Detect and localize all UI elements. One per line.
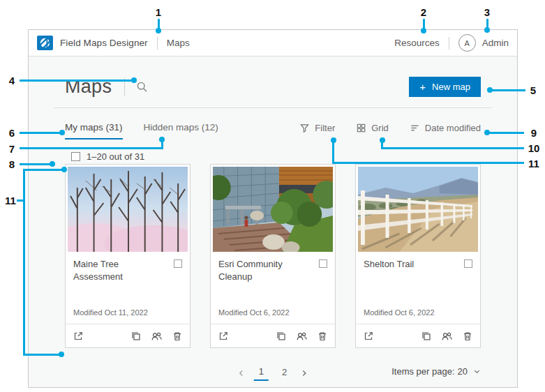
tab-hidden-maps[interactable]: Hidden maps (12) [144, 122, 218, 140]
resources-link[interactable]: Resources [394, 38, 440, 48]
map-card: Esri Community Cleanup Modified Oct 6, 2… [210, 164, 336, 348]
callout-dot [487, 87, 493, 93]
new-map-label: New map [432, 82, 470, 92]
plus-icon: + [419, 82, 426, 92]
callout-7-label: 7 [9, 143, 15, 155]
items-per-page-value: 20 [458, 366, 468, 377]
share-members-icon[interactable] [296, 331, 308, 342]
maps-page: Maps + New map My maps (31) Hidden maps … [29, 56, 517, 387]
filter-label: Filter [315, 123, 335, 133]
map-modified-date: Modified Oct 6, 2022 [356, 308, 480, 324]
duplicate-icon[interactable] [276, 331, 287, 342]
callout-line [20, 132, 60, 134]
map-modified-date: Modified Oct 6, 2022 [211, 308, 335, 324]
map-thumbnail-maine-trees[interactable] [68, 167, 188, 252]
grid-icon [356, 123, 366, 133]
delete-icon[interactable] [172, 331, 183, 342]
callout-5-label: 5 [530, 84, 536, 96]
callout-dot [159, 137, 165, 142]
callout-line [332, 162, 524, 164]
map-title[interactable]: Shelton Trail [364, 258, 458, 271]
callout-dot [421, 28, 426, 33]
field-maps-designer-window: Field Maps Designer Maps Resources A Adm… [28, 29, 518, 388]
items-per-page-label: Items per page: [391, 366, 454, 377]
callout-line [23, 169, 62, 171]
page-2-button[interactable]: 2 [277, 365, 292, 380]
map-card: Maine Tree Assessment Modified Oct 11, 2… [65, 164, 191, 348]
callout-line [23, 169, 25, 356]
chevron-down-icon [473, 368, 481, 375]
callout-line [20, 80, 131, 82]
open-map-icon[interactable] [363, 331, 374, 342]
page-1-button[interactable]: 1 [254, 365, 269, 381]
previous-page-icon[interactable] [237, 369, 246, 377]
map-card-grid: Maine Tree Assessment Modified Oct 11, 2… [65, 164, 481, 348]
callout-dot [61, 167, 67, 172]
callout-4-label: 4 [9, 75, 15, 86]
esri-logo-icon [37, 36, 53, 50]
user-menu[interactable]: Admin [482, 38, 509, 48]
header-divider [449, 37, 449, 50]
callout-dot [50, 161, 55, 167]
avatar[interactable]: A [458, 34, 476, 52]
callout-3-label: 3 [484, 6, 490, 18]
sort-button[interactable]: Date modified [410, 123, 481, 133]
next-page-icon[interactable] [300, 369, 308, 377]
filter-button[interactable]: Filter [299, 123, 335, 133]
callout-dot [156, 28, 161, 33]
open-map-icon[interactable] [73, 331, 84, 342]
callout-dot [59, 352, 64, 357]
map-card-checkbox[interactable] [174, 259, 182, 268]
callout-dot [484, 27, 490, 33]
map-modified-date: Modified Oct 11, 2022 [66, 308, 190, 324]
callout-8-label: 8 [9, 158, 15, 170]
breadcrumb-maps[interactable]: Maps [167, 38, 190, 48]
sort-label: Date modified [425, 123, 481, 133]
app-header: Field Maps Designer Maps Resources A Adm… [29, 30, 517, 56]
callout-line [491, 89, 525, 91]
callout-10-label: 10 [528, 142, 540, 154]
selection-count: 1–20 out of 31 [87, 151, 144, 162]
section-divider [54, 107, 492, 108]
search-icon[interactable] [136, 81, 148, 93]
pagination: 1 2 [237, 365, 308, 381]
callout-line [381, 147, 524, 149]
map-title[interactable]: Esri Community Cleanup [218, 258, 313, 282]
map-thumbnail-esri-campus[interactable] [213, 167, 333, 252]
share-members-icon[interactable] [441, 331, 453, 342]
map-thumbnail-shelton-trail[interactable] [358, 167, 478, 252]
map-card: Shelton Trail Modified Oct 6, 2022 [355, 164, 481, 348]
map-card-checkbox[interactable] [464, 259, 472, 268]
grid-label: Grid [371, 123, 389, 133]
callout-9-label: 9 [531, 127, 537, 139]
callout-1-label: 1 [156, 6, 161, 18]
delete-icon[interactable] [317, 331, 328, 342]
map-title[interactable]: Maine Tree Assessment [73, 258, 168, 282]
duplicate-icon[interactable] [421, 331, 432, 342]
callout-dot [484, 130, 490, 135]
callout-dot [59, 130, 65, 135]
funnel-icon [299, 123, 310, 133]
new-map-button[interactable]: + New map [409, 77, 481, 97]
header-divider [157, 37, 158, 50]
callout-2-label: 2 [421, 6, 426, 18]
callout-line [489, 132, 524, 134]
select-all-checkbox[interactable] [71, 152, 80, 161]
callout-11-right-label: 11 [528, 158, 539, 169]
callout-line [23, 354, 59, 356]
avatar-initial: A [465, 39, 470, 47]
sort-icon [410, 123, 420, 133]
grid-view-button[interactable]: Grid [356, 123, 389, 133]
open-map-icon[interactable] [218, 331, 229, 342]
callout-6-label: 6 [9, 127, 15, 139]
items-per-page-select[interactable]: Items per page: 20 [391, 366, 481, 377]
app-title: Field Maps Designer [60, 38, 148, 48]
share-members-icon[interactable] [151, 331, 163, 342]
tab-my-maps[interactable]: My maps (31) [65, 122, 123, 140]
map-card-checkbox[interactable] [319, 259, 327, 268]
callout-dot [131, 77, 137, 83]
callout-line [332, 140, 334, 164]
callout-line [20, 163, 51, 165]
delete-icon[interactable] [462, 331, 473, 342]
duplicate-icon[interactable] [130, 331, 142, 342]
